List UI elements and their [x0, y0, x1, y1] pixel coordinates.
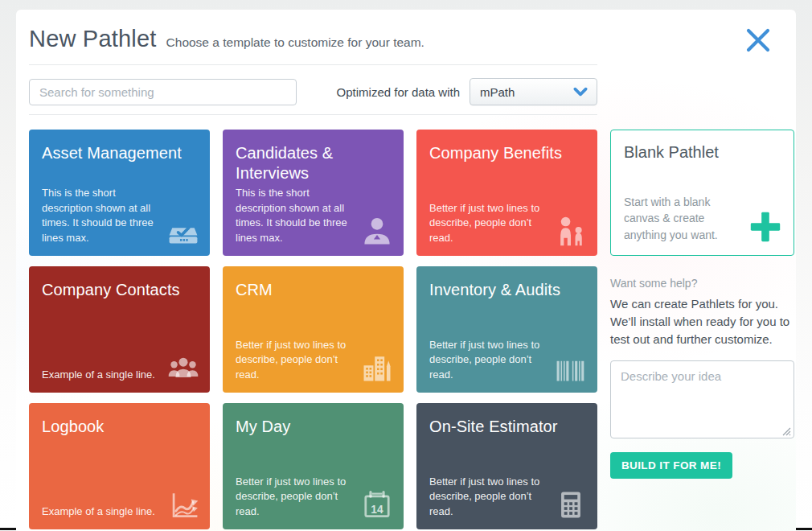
template-description: Better if just two lines to describe, pe…	[429, 338, 546, 382]
page-title: New Pathlet	[29, 26, 157, 52]
page-subtitle: Choose a template to customize for your …	[166, 35, 424, 50]
template-description: This is the short description shown at a…	[42, 186, 158, 245]
chevron-down-icon	[572, 85, 588, 98]
calendar-icon: 14	[359, 487, 395, 522]
archive-check-icon	[166, 213, 201, 249]
template-description: Better if just two lines to describe, pe…	[429, 201, 546, 245]
template-card-my-day[interactable]: My Day Better if just two lines to descr…	[223, 403, 404, 529]
plus-icon	[747, 208, 784, 245]
template-card-crm[interactable]: CRM Better if just two lines to describe…	[223, 266, 404, 393]
template-title: Logbook	[42, 417, 197, 437]
template-title: Inventory & Audits	[429, 280, 584, 300]
template-title: On-Site Estimator	[429, 417, 584, 437]
template-title: CRM	[236, 280, 391, 300]
describe-idea-textarea[interactable]	[610, 360, 794, 438]
new-pathlet-modal: New Pathlet Choose a template to customi…	[16, 10, 796, 531]
template-card-inventory-audits[interactable]: Inventory & Audits Better if just two li…	[416, 266, 597, 393]
idea-textarea-wrap	[610, 360, 794, 442]
blank-pathlet-description: Start with a blank canvas & create anyth…	[624, 194, 744, 243]
template-description: This is the short description shown at a…	[236, 186, 352, 245]
template-title: Company Benefits	[429, 143, 584, 163]
calculator-icon	[553, 487, 588, 522]
template-area: Asset Management This is the short descr…	[29, 130, 789, 529]
build-it-for-me-button[interactable]: BUILD IT FOR ME!	[610, 452, 732, 479]
person-bust-icon	[359, 213, 395, 249]
header-divider	[29, 64, 597, 65]
help-heading: Want some help?	[610, 277, 794, 290]
data-source-value: mPath	[480, 85, 572, 99]
people-group-icon	[166, 350, 201, 385]
toolbar-divider	[29, 114, 597, 115]
template-title: Candidates & Interviews	[236, 143, 391, 183]
template-description: Better if just two lines to describe, pe…	[236, 475, 352, 519]
template-card-onsite-estimator[interactable]: On-Site Estimator Better if just two lin…	[416, 403, 597, 529]
close-icon	[743, 25, 773, 56]
template-card-company-contacts[interactable]: Company Contacts Example of a single lin…	[29, 266, 210, 393]
modal-header: New Pathlet Choose a template to customi…	[24, 26, 789, 52]
blank-pathlet-card[interactable]: Blank Pathlet Start with a blank canvas …	[610, 130, 794, 256]
template-card-logbook[interactable]: Logbook Example of a single line.	[29, 403, 210, 529]
template-title: Asset Management	[42, 143, 197, 163]
search-input[interactable]	[29, 79, 297, 105]
right-sidebar: Blank Pathlet Start with a blank canvas …	[610, 130, 794, 529]
template-card-candidates-interviews[interactable]: Candidates & Interviews This is the shor…	[223, 130, 404, 256]
buildings-icon	[359, 350, 395, 385]
template-title: Company Contacts	[42, 280, 197, 300]
svg-text:14: 14	[371, 504, 383, 516]
optimized-for-label: Optimized for data with	[337, 85, 470, 99]
template-card-company-benefits[interactable]: Company Benefits Better if just two line…	[416, 130, 597, 256]
template-description: Example of a single line.	[42, 368, 158, 382]
barcode-icon	[553, 350, 588, 385]
trend-chart-icon	[166, 487, 201, 522]
adult-child-icon	[553, 213, 588, 249]
search-filter-row: Optimized for data with mPath	[29, 78, 597, 105]
template-card-asset-management[interactable]: Asset Management This is the short descr…	[29, 130, 210, 256]
data-source-dropdown[interactable]: mPath	[470, 78, 597, 105]
template-description: Better if just two lines to describe, pe…	[429, 475, 546, 519]
template-description: Example of a single line.	[42, 504, 158, 519]
template-grid: Asset Management This is the short descr…	[29, 130, 597, 529]
blank-pathlet-title: Blank Pathlet	[624, 143, 781, 162]
help-body-text: We can create Pathlets for you. We’ll in…	[610, 295, 794, 349]
template-description: Better if just two lines to describe, pe…	[236, 338, 352, 382]
template-title: My Day	[236, 417, 391, 437]
close-button[interactable]	[741, 24, 775, 58]
